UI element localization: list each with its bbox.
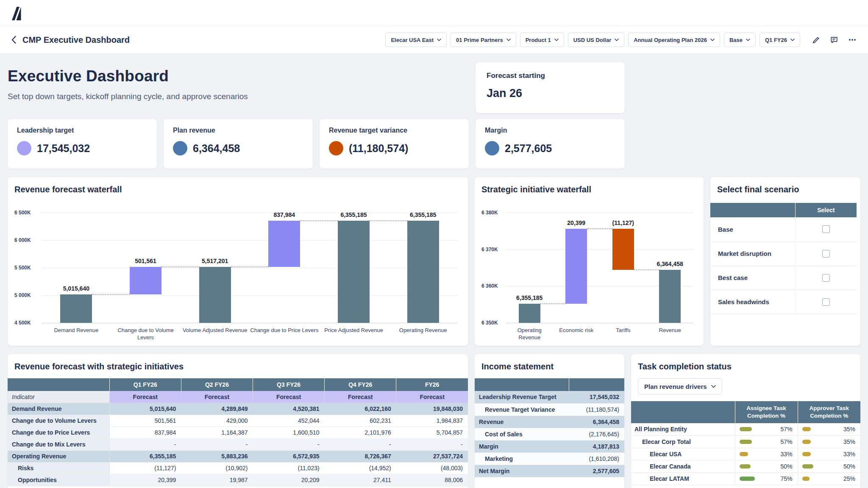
- pill-cell: 75%: [735, 475, 798, 482]
- scenario-header-blank: [710, 203, 795, 217]
- cell-value: 1,984,837: [396, 415, 468, 427]
- cell-value: -: [181, 438, 253, 450]
- cell-value: 2,101,976: [325, 427, 396, 438]
- filter-q1-fy26[interactable]: Q1 FY26: [760, 33, 800, 47]
- cell-value: 27,411: [325, 474, 396, 486]
- income-row-revenue: Revenue6,364,458: [475, 416, 624, 428]
- cell-value: (14,952): [325, 462, 396, 474]
- plan-revenue-drivers-dropdown[interactable]: Plan revenue drivers: [638, 378, 722, 394]
- cell-value: 2,577,605: [569, 465, 624, 477]
- approver-cell: 33%: [798, 448, 860, 460]
- scenario-checkbox-market-disruption[interactable]: [822, 250, 830, 258]
- pill-cell: 57%: [735, 426, 798, 433]
- approver-percent: 33%: [843, 451, 855, 458]
- revenue-corner-indicator: Indicator: [8, 391, 109, 403]
- approver-progress-pill: [802, 452, 811, 456]
- income-row-net-margin: Net Margin2,577,605: [475, 465, 624, 477]
- row-label: Elecar Canada: [631, 460, 735, 472]
- chevron-down-icon: [790, 39, 795, 41]
- cell-value: (10,902): [181, 462, 253, 474]
- waterfall-connector: [370, 220, 407, 221]
- assignee-progress-pill: [740, 440, 752, 444]
- back-chevron-icon[interactable]: [11, 36, 17, 44]
- scenario-checkbox-base[interactable]: [822, 225, 830, 233]
- income-row-leadership-revenue-target: Leadership Revenue Target17,545,032: [475, 391, 624, 403]
- revenue-table-subheader-row: IndicatorForecastForecastForecastForecas…: [8, 391, 468, 403]
- task-row-elecar-latam: Elecar LATAM75%25%: [631, 472, 860, 485]
- revenue-subheader-forecast: Forecast: [396, 391, 468, 403]
- task-row-elecar-canada: Elecar Canada50%50%: [631, 460, 860, 472]
- cell-value: 5,015,640: [109, 403, 181, 415]
- approver-progress-pill: [802, 477, 810, 481]
- revenue-table-title: Revenue forecast with strategic initiati…: [8, 354, 468, 372]
- filter-product-1[interactable]: Product 1: [520, 33, 564, 47]
- scenario-select-cell: [795, 217, 857, 241]
- scenario-checkbox-best-case[interactable]: [822, 274, 830, 282]
- scenario-label: Base: [710, 217, 795, 241]
- cell-value: 4,520,381: [253, 403, 325, 415]
- scenario-label: Market disruption: [710, 241, 795, 266]
- comment-icon[interactable]: [830, 36, 838, 44]
- kpi-color-dot: [173, 141, 187, 155]
- row-label: Cost of Sales: [475, 428, 569, 440]
- revenue-forecast-table-panel: Revenue forecast with strategic initiati…: [8, 354, 468, 488]
- waterfall-connector: [587, 228, 612, 229]
- more-icon[interactable]: [848, 36, 857, 44]
- task-header-assignee-task-completion: Assignee Task Completion %: [735, 401, 798, 423]
- dashboard-subtitle: Set top down targets, kickoff planning c…: [8, 92, 469, 101]
- y-axis-tick: 6 380K: [481, 209, 498, 216]
- kpi-label: Margin: [485, 127, 615, 134]
- cell-value: 6,572,935: [253, 450, 325, 462]
- chart-title: Revenue forecast waterfall: [8, 177, 468, 194]
- cell-value: (11,180,574): [569, 403, 624, 416]
- scenario-label: Best case: [710, 266, 795, 290]
- waterfall-connector: [231, 266, 269, 267]
- gridline: [506, 250, 693, 250]
- filter-annual-operating-plan-2026[interactable]: Annual Operating Plan 2026: [628, 33, 720, 47]
- income-statement-body: Leadership Revenue Target17,545,032Reven…: [475, 391, 624, 477]
- filter-bar: Elecar USA East01 Prime PartnersProduct …: [385, 33, 800, 47]
- filter-base[interactable]: Base: [724, 33, 756, 47]
- y-axis-tick: 6 350K: [481, 319, 498, 326]
- kpi-label: Revenue target variance: [329, 127, 459, 134]
- cell-value: 20,209: [253, 474, 325, 486]
- income-statement-title: Income statement: [475, 354, 624, 372]
- forecast-card-value: Jan 26: [487, 87, 614, 100]
- filter-label-usd-us-dollar: USD US Dollar: [573, 37, 612, 43]
- scenario-select-cell: [795, 241, 857, 266]
- cell-value: -: [109, 438, 181, 450]
- revenue-table-body: Demand Revenue5,015,6404,289,8494,520,38…: [8, 403, 468, 486]
- task-row-elecar-corp-total: Elecar Corp Total57%35%: [631, 435, 860, 448]
- forecast-card-label: Forecast starting: [487, 72, 614, 80]
- revenue-subheader-forecast: Forecast: [181, 391, 253, 403]
- approver-cell: 25%: [798, 472, 860, 485]
- forecast-starting-card: Forecast starting Jan 26: [476, 62, 625, 113]
- approver-cell: 35%: [798, 423, 860, 435]
- cell-value: 17,545,032: [569, 391, 624, 403]
- bar-category-label: Price Adjusted Revenue: [319, 327, 389, 334]
- filter-01-prime-partners[interactable]: 01 Prime Partners: [451, 33, 516, 47]
- revenue-subheader-forecast: Forecast: [109, 391, 181, 403]
- cell-value: 88,006: [396, 474, 468, 486]
- filter-elecar-usa-east[interactable]: Elecar USA East: [385, 33, 447, 47]
- row-label: Revenue: [475, 416, 569, 428]
- assignee-cell: 75%: [735, 472, 798, 485]
- filter-usd-us-dollar[interactable]: USD US Dollar: [568, 33, 625, 47]
- table-row-change-due-to-mix-levers: Change due to Mix Levers-----: [8, 438, 468, 450]
- income-header-blank: [569, 378, 624, 391]
- assignee-cell: 57%: [735, 435, 798, 448]
- table-row-demand-revenue: Demand Revenue5,015,6404,289,8494,520,38…: [8, 403, 468, 415]
- revenue-subheader-forecast: Forecast: [325, 391, 396, 403]
- row-label: Operating Revenue: [8, 450, 109, 462]
- y-axis-tick: 6 500K: [14, 209, 31, 216]
- y-axis-tick: 6 360K: [481, 283, 498, 289]
- cell-value: (2,176,645): [569, 428, 624, 440]
- bar-value-label: 6,364,458: [638, 261, 702, 267]
- revenue-header-blank: [8, 378, 109, 391]
- edit-icon[interactable]: [812, 36, 821, 44]
- table-row-operating-revenue: Operating Revenue6,355,1855,883,2366,572…: [8, 450, 468, 462]
- kpi-value: 17,545,032: [37, 142, 90, 155]
- bar-category-label: Demand Revenue: [42, 327, 111, 334]
- scenario-checkbox-sales-headwinds[interactable]: [822, 298, 830, 306]
- cell-value: (1,610,208): [569, 452, 624, 465]
